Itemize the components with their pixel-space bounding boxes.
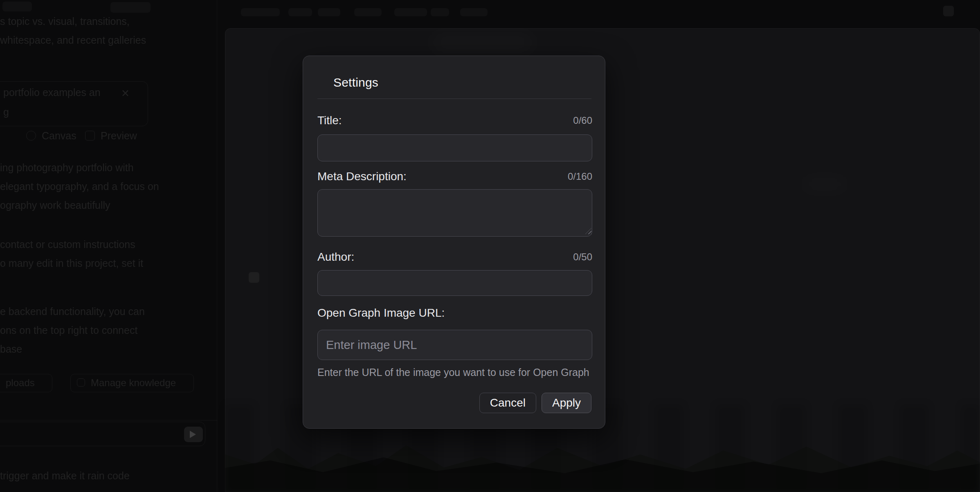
chat-message-line: contact or custom instructions	[0, 239, 135, 250]
cancel-button[interactable]: Cancel	[479, 393, 536, 413]
chat-message-line: s topic vs. visual, transitions,	[0, 16, 130, 27]
canvas-faint-blob	[800, 178, 849, 190]
attachment-card-subtitle: g	[3, 106, 9, 118]
title-input[interactable]	[317, 134, 592, 161]
close-icon[interactable]: ✕	[121, 87, 130, 99]
title-label: Title:	[317, 114, 342, 127]
og-image-helper-text: Enter the URL of the image you want to u…	[317, 367, 592, 378]
topbar-settings-icon[interactable]	[943, 6, 954, 16]
canvas-faint-blob	[429, 34, 536, 51]
chat-message-line: whitespace, and recent galleries	[0, 34, 146, 46]
breadcrumb-item-blob	[318, 8, 340, 16]
chat-message-line: ing photography portfolio with	[0, 162, 134, 174]
canvas-element-icon	[249, 272, 259, 283]
toggle-preview-button[interactable]: Preview	[101, 130, 137, 142]
breadcrumb-item-blob	[354, 8, 382, 16]
meta-description-field-header: Meta Description: 0/160	[317, 170, 592, 183]
apply-button[interactable]: Apply	[542, 393, 591, 413]
send-button[interactable]	[184, 427, 203, 442]
send-icon	[190, 431, 196, 438]
preview-toggle-icon	[85, 131, 95, 141]
window-tab-blob	[2, 2, 32, 11]
sidebar-divider	[217, 0, 217, 492]
composer-hint-text: trigger and make it rain code	[0, 470, 130, 482]
app-screen: s topic vs. visual, transitions, whitesp…	[0, 0, 980, 492]
settings-modal: Settings Title: 0/60 Meta Description: 0…	[303, 56, 605, 429]
breadcrumb-item-blob	[431, 8, 449, 16]
breadcrumb-item-blob	[394, 8, 427, 16]
uploads-button-label: ploads	[6, 377, 35, 389]
modal-divider	[317, 98, 591, 99]
og-image-field-header: Open Graph Image URL:	[317, 306, 592, 320]
title-char-counter: 0/60	[573, 115, 592, 126]
manage-knowledge-label: Manage knowledge	[91, 377, 176, 389]
book-icon	[77, 378, 85, 387]
meta-description-char-counter: 0/160	[568, 171, 592, 182]
chat-message-line: ography work beautifully	[0, 199, 110, 211]
meta-description-label: Meta Description:	[317, 170, 407, 183]
chat-message-line: e backend functionality, you can	[0, 306, 145, 318]
breadcrumb-dropdown-blob	[460, 8, 488, 16]
chat-message-line: base	[0, 343, 22, 355]
modal-button-row: Cancel Apply	[479, 393, 591, 413]
og-image-url-input[interactable]	[317, 330, 592, 360]
author-input[interactable]	[317, 270, 592, 296]
toggle-canvas-button[interactable]: Canvas	[42, 130, 76, 142]
chat-composer-input[interactable]	[0, 422, 205, 446]
author-field-header: Author: 0/50	[317, 250, 592, 264]
breadcrumb-item-blob	[288, 8, 312, 16]
sidebar-tab-blob	[110, 2, 151, 13]
modal-title: Settings	[333, 76, 378, 89]
composer-divider	[0, 420, 217, 420]
chat-message-line: o many edit in this project, set it	[0, 257, 143, 269]
title-field-header: Title: 0/60	[317, 114, 592, 127]
chat-message-line: ons on the top right to connect	[0, 324, 137, 336]
og-image-url-label: Open Graph Image URL:	[317, 306, 445, 320]
author-char-counter: 0/50	[573, 251, 592, 263]
canvas-toggle-icon	[26, 131, 36, 141]
meta-description-textarea[interactable]	[317, 189, 592, 237]
attachment-card-title: portfolio examples an	[3, 87, 101, 98]
chat-message-line: elegant typography, and a focus on	[0, 181, 159, 192]
author-label: Author:	[317, 250, 354, 264]
breadcrumb-item-blob	[241, 8, 280, 16]
